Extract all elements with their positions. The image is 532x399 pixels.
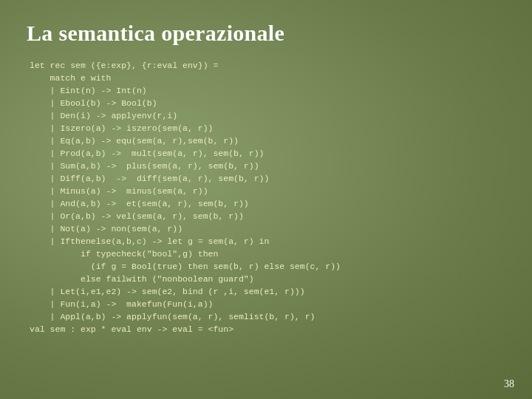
- page-number: 38: [504, 378, 514, 390]
- slide-title: La semantica operazionale: [27, 21, 505, 46]
- code-block: let rec sem ({e:exp}, {r:eval env}) = ma…: [27, 59, 505, 335]
- slide: La semantica operazionale let rec sem ({…: [0, 0, 532, 399]
